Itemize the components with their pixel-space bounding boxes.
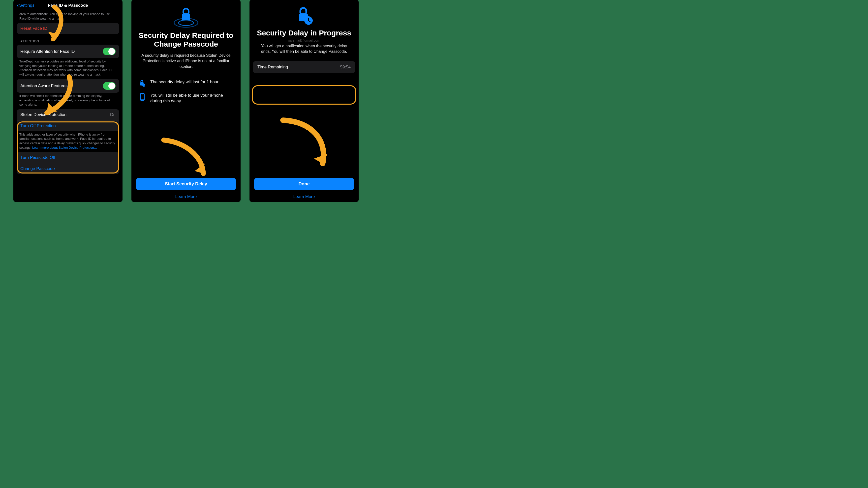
intro-desc: area to authenticate. You must be lookin… bbox=[17, 11, 119, 23]
screen-security-delay-required: Security Delay Required to Change Passco… bbox=[131, 0, 241, 202]
reset-face-id-button[interactable]: Reset Face ID bbox=[17, 23, 119, 34]
time-remaining-label: Time Remaining bbox=[257, 65, 288, 70]
stolen-device-protection-group: Stolen Device Protection On Turn Off Pro… bbox=[17, 109, 119, 131]
lock-clock-icon bbox=[139, 79, 146, 87]
time-remaining-value: 59:54 bbox=[340, 65, 351, 70]
learn-more-button[interactable]: Learn More bbox=[249, 190, 359, 199]
attention-aware-toggle[interactable] bbox=[103, 82, 116, 90]
reset-faceid-group: Reset Face ID bbox=[17, 23, 119, 34]
faint-email: myemail@gmail.com bbox=[249, 38, 359, 42]
sdp-desc: This adds another layer of security when… bbox=[17, 131, 119, 152]
time-remaining-box: Time Remaining 59:54 bbox=[253, 61, 355, 73]
security-delay-title: Security Delay Required to Change Passco… bbox=[131, 31, 241, 53]
turn-off-protection-button[interactable]: Turn Off Protection bbox=[17, 120, 119, 131]
hero-lock-ripple-icon bbox=[131, 0, 241, 31]
hero-lock-clock-icon bbox=[249, 0, 359, 29]
screen-faceid-settings: ‹ Settings Face ID & Passcode area to au… bbox=[13, 0, 123, 202]
info-row-usable: You will still be able to use your iPhon… bbox=[139, 90, 233, 107]
info-row-duration: The security delay will last for 1 hour. bbox=[139, 76, 233, 90]
svg-rect-5 bbox=[141, 93, 144, 100]
done-button[interactable]: Done bbox=[254, 178, 354, 190]
start-security-delay-button[interactable]: Start Security Delay bbox=[136, 178, 236, 190]
learn-more-button[interactable]: Learn More bbox=[131, 190, 241, 199]
attention-section-header: ATTENTION bbox=[17, 34, 119, 44]
highlight-time-remaining bbox=[252, 85, 356, 105]
attention-aware-group: Attention Aware Features bbox=[17, 79, 119, 93]
security-delay-subtitle: A security delay is required because Sto… bbox=[131, 53, 241, 76]
back-label: Settings bbox=[19, 3, 34, 8]
annotation-arrow-4 bbox=[279, 117, 331, 173]
svg-rect-2 bbox=[182, 13, 190, 20]
require-attention-cell[interactable]: Require Attention for Face ID bbox=[17, 44, 119, 58]
chevron-left-icon: ‹ bbox=[17, 3, 19, 8]
progress-subtitle: You will get a notification when the sec… bbox=[249, 43, 359, 62]
attention-aware-label: Attention Aware Features bbox=[20, 84, 68, 89]
info-row-usable-text: You will still be able to use your iPhon… bbox=[150, 93, 233, 104]
require-attention-group: Require Attention for Face ID bbox=[17, 44, 119, 58]
sdp-value: On bbox=[110, 112, 116, 117]
attention-aware-desc: iPhone will check for attention before d… bbox=[17, 93, 119, 109]
attention-aware-cell[interactable]: Attention Aware Features bbox=[17, 79, 119, 93]
turn-passcode-off-button[interactable]: Turn Passcode Off bbox=[17, 152, 119, 163]
passcode-group: Turn Passcode Off Change Passcode bbox=[17, 152, 119, 174]
sdp-label: Stolen Device Protection bbox=[20, 112, 66, 117]
screen-security-delay-progress: Security Delay in Progress myemail@gmail… bbox=[249, 0, 359, 202]
change-passcode-button[interactable]: Change Passcode bbox=[17, 163, 119, 174]
require-attention-desc: TrueDepth camera provides an additional … bbox=[17, 58, 119, 79]
iphone-icon bbox=[139, 93, 146, 101]
sdp-learn-more-link[interactable]: Learn more about Stolen Device Protectio… bbox=[32, 146, 97, 150]
require-attention-label: Require Attention for Face ID bbox=[20, 49, 75, 54]
svg-point-1 bbox=[179, 20, 193, 26]
annotation-arrow-3 bbox=[159, 136, 208, 184]
nav-bar: ‹ Settings Face ID & Passcode bbox=[13, 0, 123, 11]
require-attention-toggle[interactable] bbox=[103, 47, 116, 55]
settings-content: area to authenticate. You must be lookin… bbox=[13, 11, 123, 174]
info-row-duration-text: The security delay will last for 1 hour. bbox=[150, 79, 219, 85]
info-rows: The security delay will last for 1 hour.… bbox=[131, 76, 241, 107]
back-button[interactable]: ‹ Settings bbox=[17, 3, 34, 8]
sdp-status-cell[interactable]: Stolen Device Protection On bbox=[17, 109, 119, 120]
